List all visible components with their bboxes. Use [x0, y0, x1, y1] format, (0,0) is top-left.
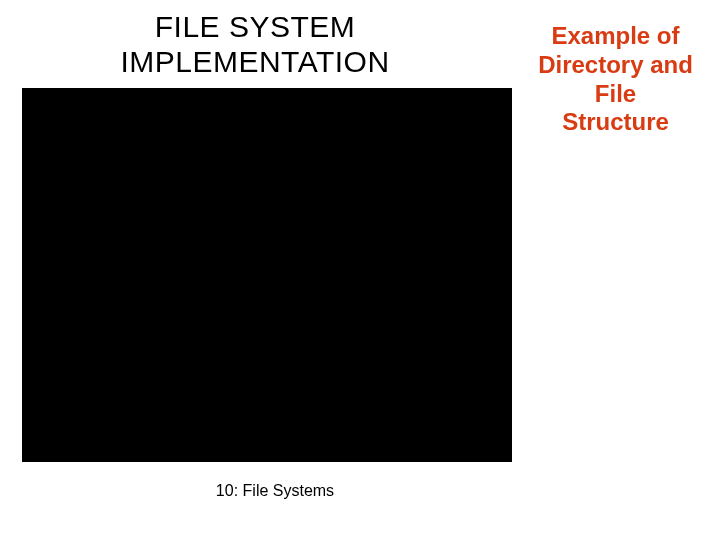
title-right-line-2: Directory and — [523, 51, 708, 80]
slide: FILE SYSTEM IMPLEMENTATION Example of Di… — [0, 0, 720, 540]
slide-footer: 10: File Systems — [145, 482, 405, 500]
slide-title-left: FILE SYSTEM IMPLEMENTATION — [100, 10, 410, 79]
figure-placeholder — [22, 88, 512, 462]
title-right-line-3: File — [523, 80, 708, 109]
title-right-line-1: Example of — [523, 22, 708, 51]
slide-title-right: Example of Directory and File Structure — [523, 22, 708, 137]
title-right-line-4: Structure — [523, 108, 708, 137]
